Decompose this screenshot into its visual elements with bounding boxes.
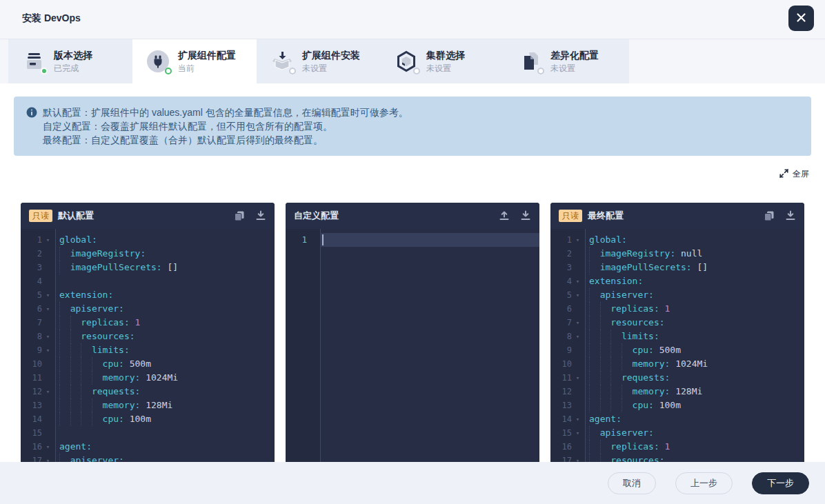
copy-icon[interactable] [233,210,245,222]
banner-line: 最终配置：自定义配置覆盖（合并）默认配置后得到的最终配置。 [43,133,408,147]
code-line[interactable]: 4▾extension: [550,274,804,288]
fold-icon[interactable]: ▾ [42,302,54,316]
code-line[interactable]: 1▾global: [21,233,275,247]
step-extension-install[interactable]: 扩展组件安装 未设置 [257,39,381,83]
code-line[interactable]: 12▾requests: [21,385,275,399]
download-icon[interactable] [784,210,796,222]
code-line[interactable]: 8▾resources: [21,330,275,343]
step-status: 未设置 [426,63,465,74]
plug-icon [146,50,170,73]
code-line[interactable]: 16replicas: 1 [550,440,804,454]
code-area-default[interactable]: 1▾global:2imageRegistry:3imagePullSecret… [21,229,275,462]
step-cluster-select[interactable]: 集群选择 未设置 [381,39,505,83]
step-status: 当前 [178,63,236,74]
code-line[interactable]: 2imageRegistry: [21,247,275,261]
step-status: 未设置 [302,63,360,74]
fold-icon[interactable]: ▾ [572,233,584,247]
info-banner: 默认配置：扩展组件中的 values.yaml 包含的全量配置信息，在编辑配置时… [14,97,811,156]
step-label: 差异化配置 [550,49,599,61]
fold-icon[interactable]: ▾ [572,288,584,302]
code-line[interactable]: 7▾resources: [550,316,804,330]
code-line[interactable]: 11▾requests: [550,371,804,385]
code-line[interactable]: 1▾global: [550,233,804,247]
code-line[interactable]: 6▾apiserver: [21,302,275,316]
close-icon [796,12,806,25]
code-line[interactable]: 10memory: 1024Mi [550,357,804,371]
code-line[interactable]: 9▾limits: [21,343,275,357]
step-extension-config[interactable]: 扩展组件配置 当前 [132,39,257,83]
step-version-select[interactable]: 版本选择 已完成 [8,39,132,83]
fold-icon[interactable]: ▾ [572,454,584,462]
code-line[interactable]: 17▾apiserver: [21,454,275,462]
close-button[interactable] [788,6,814,31]
code-line[interactable]: 3imagePullSecrets: [] [550,261,804,274]
code-line[interactable]: 3imagePullSecrets: [] [21,261,275,274]
code-line[interactable]: 6replicas: 1 [550,302,804,316]
editor-default-config: 只读 默认配置 [21,203,275,462]
fold-icon[interactable]: ▾ [42,454,54,462]
step-status: 未设置 [550,63,599,74]
fold-icon[interactable]: ▾ [572,330,584,343]
fold-icon[interactable]: ▾ [42,440,54,454]
banner-line: 默认配置：扩展组件中的 values.yaml 包含的全量配置信息，在编辑配置时… [43,105,408,119]
editor-header: 只读 默认配置 [21,203,275,229]
code-line[interactable]: 13cpu: 100m [550,399,804,412]
code-line[interactable]: 12memory: 128Mi [550,385,804,399]
download-icon[interactable] [255,210,266,222]
code-line[interactable]: 15▾apiserver: [550,426,804,440]
readonly-badge: 只读 [29,210,52,222]
step-label: 集群选择 [426,49,465,61]
step-diff-config[interactable]: 差异化配置 未设置 [505,39,629,83]
step-done-dot [41,68,48,74]
fold-icon[interactable]: ▾ [572,316,584,330]
code-line[interactable]: 14▾agent: [550,412,804,426]
code-line[interactable]: 11memory: 1024Mi [21,371,275,385]
code-line[interactable]: 14cpu: 100m [21,412,275,426]
code-line[interactable]: 13memory: 128Mi [21,399,275,412]
code-line[interactable]: 10cpu: 500m [21,357,275,371]
text-cursor [322,234,324,245]
stepper: 版本选择 已完成 扩展组件配置 当前 [0,39,825,83]
code-line[interactable]: 15 [21,426,275,440]
step-current-dot [165,68,172,74]
editor-title: 最终配置 [588,210,624,222]
code-line[interactable]: 5▾apiserver: [550,288,804,302]
code-line[interactable]: 5▾extension: [21,288,275,302]
fold-icon[interactable]: ▾ [572,412,584,426]
fold-icon[interactable]: ▾ [572,274,584,288]
prev-step-button[interactable]: 上一步 [675,472,733,494]
code-line[interactable]: 7replicas: 1 [21,316,275,330]
code-line[interactable]: 16▾agent: [21,440,275,454]
code-area-custom[interactable]: 1 [286,229,539,462]
fold-icon[interactable]: ▾ [42,330,54,343]
upload-icon[interactable] [498,210,510,222]
cancel-button[interactable]: 取消 [608,472,656,494]
step-label: 版本选择 [54,49,92,61]
code-line[interactable]: 17▾resources: [550,454,804,462]
code-line[interactable]: 4 [21,274,275,288]
fullscreen-label: 全屏 [793,168,809,180]
next-step-button[interactable]: 下一步 [752,472,809,494]
info-icon [26,107,37,118]
fold-icon[interactable]: ▾ [572,371,584,385]
fullscreen-button[interactable]: 全屏 [779,168,809,180]
editor-custom-config: 自定义配置 1 [286,203,539,462]
fold-icon[interactable]: ▾ [42,385,54,399]
fold-icon[interactable]: ▾ [42,288,54,302]
fold-icon[interactable]: ▾ [572,426,584,440]
code-area-final[interactable]: 1▾global:2imageRegistry: null3imagePullS… [550,229,804,462]
code-line[interactable]: 9cpu: 500m [550,343,804,357]
install-icon [270,50,294,73]
fold-icon[interactable]: ▾ [42,233,54,247]
code-line[interactable]: 8▾limits: [550,330,804,343]
versions-icon [22,50,46,73]
fold-icon[interactable]: ▾ [42,343,54,357]
code-line[interactable]: 1 [286,233,539,247]
download-icon[interactable] [519,210,531,222]
code-line[interactable]: 2imageRegistry: null [550,247,804,261]
editor-header: 只读 最终配置 [550,203,804,229]
copy-icon[interactable] [763,210,775,222]
readonly-badge: 只读 [559,210,582,222]
page-title: 安装 DevOps [22,12,81,25]
banner-line: 自定义配置：会覆盖扩展组件默认配置，但不用包含所有的配置项。 [43,119,408,133]
